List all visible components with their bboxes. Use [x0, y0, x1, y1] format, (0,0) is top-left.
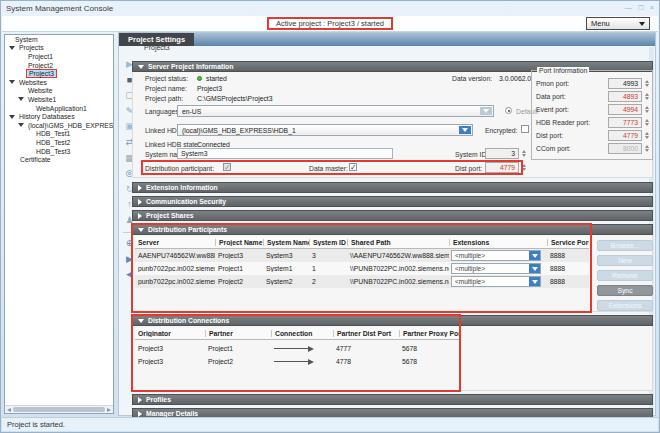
section-profiles: Profiles: [132, 394, 653, 405]
section-header-distribution-participants[interactable]: Distribution Participants: [132, 224, 653, 235]
dist-port-label: Dist port:: [536, 132, 563, 139]
tree-item-project2[interactable]: Project2: [5, 61, 113, 70]
stepper-arrows-icon[interactable]: [643, 143, 650, 154]
tree-item-history-databases[interactable]: History Databases: [5, 112, 113, 121]
participants-row[interactable]: punb7022pc.in002.siemens.net Project1 Sy…: [135, 262, 589, 275]
stepper-arrows-icon[interactable]: [643, 78, 650, 89]
ccom-port-label: CCom port:: [536, 145, 571, 152]
tree-item-website1[interactable]: Website1: [5, 95, 113, 104]
stepper-arrows-icon[interactable]: [643, 104, 650, 115]
expander-icon[interactable]: [18, 123, 24, 127]
chevron-down-icon[interactable]: [459, 126, 471, 134]
scroll-left-icon[interactable]: [7, 408, 11, 412]
project-path-value: C:\GMSProjects\Project3: [197, 95, 273, 102]
menu-dropdown-label: Menu: [591, 19, 610, 28]
tree-item-webapplication1[interactable]: WebApplication1: [5, 104, 113, 113]
section-header-communication-security[interactable]: Communication Security: [132, 196, 653, 207]
stepper-arrows-icon[interactable]: [520, 148, 527, 159]
tree-item-project3[interactable]: Project3: [5, 69, 113, 78]
expander-icon[interactable]: [18, 97, 24, 101]
extensions-dropdown[interactable]: <multiple>: [451, 263, 541, 274]
chevron-down-icon[interactable]: [529, 264, 540, 273]
default-language-radio[interactable]: [505, 107, 512, 114]
tree-item-websites[interactable]: Websites: [5, 78, 113, 87]
tree-item-projects[interactable]: Projects: [5, 44, 113, 53]
section-extension-information: Extension Information: [132, 182, 653, 193]
project-path-label: Project path:: [145, 95, 183, 102]
close-icon[interactable]: ×: [650, 3, 654, 12]
linked-hdb-state-value: Connected: [197, 141, 230, 148]
system-name-input[interactable]: System3: [177, 148, 393, 159]
project-status-label: Project status:: [145, 75, 188, 82]
tree-item-website[interactable]: Website: [5, 87, 113, 96]
languages-dropdown[interactable]: en-US: [177, 105, 494, 117]
section-communication-security: Communication Security: [132, 196, 653, 207]
minimize-icon[interactable]: —: [625, 3, 632, 12]
participants-row[interactable]: AAENPU746562W.ww88l Project3 System3 3 \…: [135, 249, 589, 262]
chevron-down-icon[interactable]: [480, 107, 492, 115]
expander-icon[interactable]: [9, 115, 15, 119]
section-header-project-shares[interactable]: Project Shares: [132, 210, 653, 221]
event-port-stepper[interactable]: 4994: [608, 104, 642, 115]
tree-item-hdb-test2[interactable]: HDB_Test2: [5, 138, 113, 147]
chevron-down-icon[interactable]: [529, 251, 540, 260]
participants-row[interactable]: punb7022pc.in002.siemens.net Project2 Sy…: [135, 275, 589, 288]
section-header-extension-information[interactable]: Extension Information: [132, 182, 653, 193]
column-shared-path: Shared Path: [347, 239, 449, 246]
encrypted-checkbox[interactable]: [521, 125, 529, 133]
maximize-icon[interactable]: ☐: [638, 3, 644, 12]
linked-hdb-dropdown[interactable]: (local)\GMS_HDB_EXPRESS\HDB_1: [177, 124, 473, 136]
browse-button[interactable]: Browse...: [597, 240, 653, 251]
chevron-down-icon[interactable]: [529, 277, 540, 286]
hdb-reader-port-label: HDB Reader port:: [536, 119, 590, 126]
app-window: System Management Console — ☐ × Active p…: [0, 0, 660, 433]
pmon-port-stepper[interactable]: 4993: [608, 78, 642, 89]
ccom-port-stepper[interactable]: 8000: [608, 143, 642, 154]
scrollbar-thumb[interactable]: [13, 407, 105, 412]
linked-hdb-state-label: Linked HDB state:: [145, 141, 200, 148]
dist-port-stepper[interactable]: 4779: [485, 162, 519, 173]
section-distribution-participants: Distribution Participants Server Project…: [132, 224, 653, 312]
new-button[interactable]: New: [597, 255, 653, 266]
connections-table-header: Originator Partner Connection Partner Di…: [135, 328, 461, 340]
pmon-port-label: Pmon port:: [536, 80, 569, 87]
expander-icon[interactable]: [9, 80, 15, 84]
expand-icon: [138, 199, 142, 205]
hdb-reader-port-stepper[interactable]: 7773: [608, 117, 642, 128]
tree-horizontal-scrollbar[interactable]: [5, 405, 113, 413]
collapse-icon: [138, 65, 144, 69]
distribution-participant-label: Distribution participant:: [145, 165, 214, 172]
tree-item-project1[interactable]: Project1: [5, 52, 113, 61]
collapse-icon: [138, 228, 144, 232]
section-project-shares: Project Shares: [132, 210, 653, 221]
dist-port-stepper[interactable]: 4779: [608, 130, 642, 141]
connections-row[interactable]: Project3 Project2 4778 5678: [135, 355, 461, 368]
data-port-stepper[interactable]: 4893: [608, 91, 642, 102]
column-system-id: System ID: [309, 239, 347, 246]
system-id-stepper[interactable]: 3: [485, 148, 519, 159]
connections-row[interactable]: Project3 Project1 4777 5678: [135, 342, 461, 355]
menu-dropdown[interactable]: Menu: [586, 17, 650, 30]
data-master-checkbox[interactable]: [349, 163, 357, 171]
extensions-dropdown[interactable]: <multiple>: [451, 276, 541, 287]
project-name-label: Project name:: [145, 85, 187, 92]
extensions-button[interactable]: Extensions: [597, 300, 653, 311]
tree-item-hdb-test1[interactable]: HDB_Test1: [5, 130, 113, 139]
tree-item-system[interactable]: System: [5, 35, 113, 44]
expander-icon[interactable]: [9, 46, 15, 50]
sync-button[interactable]: Sync: [597, 285, 653, 296]
stepper-arrows-icon[interactable]: [643, 117, 650, 128]
scroll-right-icon[interactable]: [107, 408, 111, 412]
extensions-dropdown[interactable]: <multiple>: [451, 250, 541, 261]
stepper-arrows-icon[interactable]: [520, 162, 527, 173]
remove-button[interactable]: Remove: [597, 270, 653, 281]
stepper-arrows-icon[interactable]: [643, 91, 650, 102]
system-tree: System Projects Project1 Project2 Projec…: [4, 34, 114, 414]
distribution-participant-checkbox[interactable]: [223, 163, 231, 171]
section-header-profiles[interactable]: Profiles: [132, 394, 653, 405]
tree-item-hdb-test3[interactable]: HDB_Test3: [5, 147, 113, 156]
tree-item-certificate[interactable]: Certificate: [5, 155, 113, 164]
stepper-arrows-icon[interactable]: [643, 130, 650, 141]
tree-item-local-gms-hdb[interactable]: (local)\GMS_HDB_EXPRES: [5, 121, 113, 130]
section-header-distribution-connections[interactable]: Distribution Connections: [132, 315, 653, 326]
